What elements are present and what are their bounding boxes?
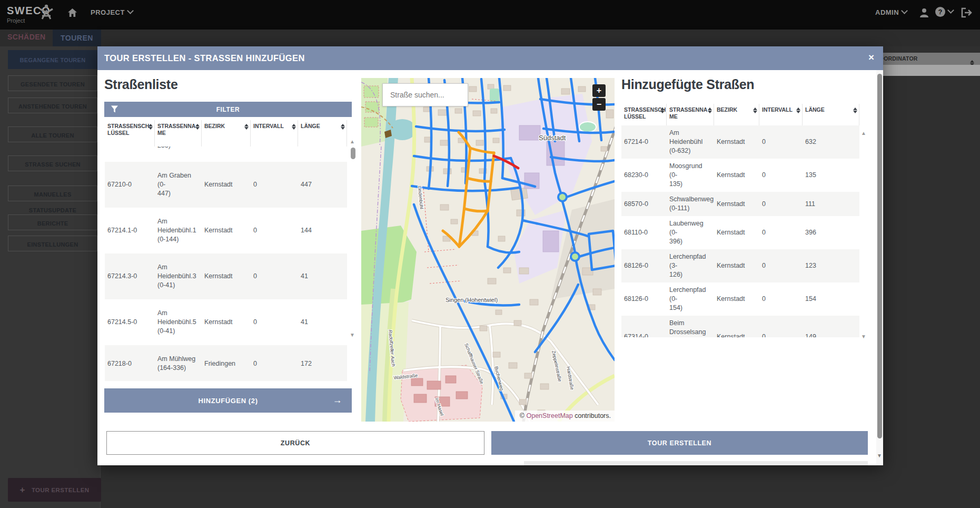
cell-strassenschluessel: 67214.5-0 (105, 299, 155, 345)
cell-bezirk: Kernstadt (202, 299, 251, 345)
cell-bezirk: Kernstadt (202, 208, 251, 253)
tour-erstellen-button[interactable]: TOUR ERSTELLEN (491, 431, 868, 455)
sort-icon[interactable] (853, 108, 857, 113)
cell-intervall: 0 (251, 162, 298, 208)
cell-laenge: 149 (803, 316, 859, 337)
column-header[interactable]: LÄNGE (298, 120, 347, 146)
column-header[interactable]: STRASSENNAME (667, 104, 714, 125)
sort-icon (970, 55, 974, 66)
arrow-right-icon: → (332, 395, 342, 406)
added-street-row[interactable]: 68230-0 Moosgrund (0- 135) Kernstadt 0 1… (621, 159, 859, 192)
hinzufuegen-button[interactable]: HINZUFÜGEN (2) → (104, 388, 352, 413)
added-street-row[interactable]: 68570-0 Schwalbenweg (0-111) Kernstadt 0… (621, 192, 859, 216)
column-header[interactable]: BEZIRK (714, 104, 759, 125)
sort-icon[interactable] (341, 124, 345, 130)
section-tabs-bar (0, 30, 980, 46)
tab-touren[interactable]: TOUREN (53, 30, 101, 46)
added-street-row[interactable]: 68110-0 Laubenweg (0- 396) Kernstadt 0 3… (621, 216, 859, 249)
sidebar-item-berichte[interactable]: BERICHTE (8, 214, 97, 230)
scroll-up-icon[interactable]: ▲ (861, 131, 866, 136)
admin-menu[interactable]: ADMIN (875, 8, 907, 16)
sidebar-item-gesendete-touren[interactable]: GESENDETE TOUREN (8, 75, 97, 91)
modal-scrollbar-thumb[interactable] (877, 74, 882, 438)
sort-icon[interactable] (753, 108, 757, 113)
sidebar-item-anstehende-touren[interactable]: ANSTEHENDE TOUREN (8, 97, 97, 113)
tab-schaeden[interactable]: SCHÄDEN (7, 33, 46, 41)
cell-bezirk: Kernstadt (202, 162, 251, 208)
next-section-edge (524, 461, 868, 465)
user-icon[interactable] (918, 7, 930, 21)
sort-icon[interactable] (708, 108, 712, 113)
cell-laenge: 632 (803, 125, 859, 159)
cell-laenge: 41 (298, 299, 347, 345)
sidebar-item-einstellungen[interactable]: EINSTELLUNGEN (8, 236, 97, 251)
sort-icon[interactable] (244, 124, 249, 130)
added-street-row[interactable]: 67314-0 Beim Drosselsang (9- 158) Kernst… (621, 316, 859, 337)
street-list-row[interactable]: 67218-0 Am Mühlweg (164-336) Friedingen … (105, 345, 347, 381)
column-header[interactable]: STRASSENNAME (155, 120, 202, 146)
scroll-down-icon[interactable]: ▼ (861, 334, 866, 339)
sort-icon[interactable] (796, 108, 800, 113)
cell-laenge: 396 (803, 216, 859, 249)
street-list-row[interactable]: 67214.5-0 Am Heidenbühl.5 (0-41) Kernsta… (105, 299, 347, 345)
column-header[interactable]: LÄNGE (803, 104, 859, 125)
filter-button[interactable]: FILTER (104, 102, 352, 117)
cell-strassenschluessel: 68570-0 (621, 192, 667, 216)
project-menu[interactable]: PROJECT (91, 8, 133, 16)
column-header[interactable]: INTERVALL (251, 120, 298, 146)
column-header[interactable]: STRASSENSCHLÜSSEL (621, 104, 667, 125)
sort-icon[interactable] (195, 124, 200, 130)
cell-laenge: 447 (298, 162, 347, 208)
added-street-row[interactable]: 67214-0 Am Heidenbühl (0-632) Kernstadt … (621, 125, 859, 159)
modal-title: TOUR ERSTELLEN - STRASSEN HINZUFÜGEN (104, 53, 305, 63)
scroll-up-icon[interactable]: ▲ (350, 139, 355, 144)
help-icon: ? (935, 7, 945, 17)
openstreetmap-link[interactable]: OpenStreetMap (526, 412, 572, 419)
sidebar-item-manuelles-statusupdate[interactable]: MANUELLES STATUSUPDATE (8, 185, 97, 201)
top-navbar: SWECO Project PROJECT ADMIN ? (0, 0, 980, 30)
logout-icon[interactable] (961, 7, 972, 20)
cell-bezirk: Kernstadt (714, 192, 759, 216)
map-search-input[interactable] (382, 83, 468, 106)
map-zoom-in-button[interactable]: + (592, 84, 606, 97)
column-header[interactable]: STRASSENSCHLÜSSEL (105, 120, 155, 146)
tour-erstellen-modal: TOUR ERSTELLEN - STRASSEN HINZUFÜGEN × S… (97, 46, 883, 465)
street-list-row[interactable]: 67210-0 Am Graben (0- 447) Kernstadt 0 4… (105, 162, 347, 208)
street-list-scrollbar-thumb[interactable] (351, 148, 355, 159)
added-streets-rows: 67214-0 Am Heidenbühl (0-632) Kernstadt … (621, 125, 859, 337)
cell-strassenname: Am Heidenbühl.1 (0-144) (155, 208, 202, 253)
zurueck-button[interactable]: ZURÜCK (106, 431, 484, 455)
funnel-icon (111, 105, 118, 114)
cell-intervall: 0 (759, 282, 803, 316)
map[interactable]: Südstadt Singen (Hohentwiel) Waldstraße … (361, 78, 615, 422)
column-header[interactable]: INTERVALL (759, 104, 803, 125)
sidebar-item-begangene-touren[interactable]: BEGANGENE TOUREN (8, 50, 97, 69)
cell-bezirk: Kernstadt (714, 249, 759, 282)
help-menu[interactable]: ? (935, 7, 953, 17)
close-icon[interactable]: × (868, 51, 874, 64)
cell-strassenschluessel: 67218-0 (105, 345, 155, 381)
cell-strassenschluessel: 67214.1-0 (105, 208, 155, 253)
scroll-down-icon[interactable]: ▼ (877, 453, 882, 458)
map-zoom-out-button[interactable]: − (592, 98, 606, 111)
sidebar-item-strasse-suchen[interactable]: STRASSE SUCHEN (8, 155, 97, 171)
scroll-down-icon[interactable]: ▼ (350, 333, 355, 338)
clipped-row-fragment: 255) (105, 146, 347, 162)
added-street-row[interactable]: 68126-0 Lerchenpfad (3- 126) Kernstadt 0… (621, 249, 859, 282)
sort-icon[interactable] (149, 124, 153, 130)
column-header[interactable]: BEZIRK (202, 120, 251, 146)
street-list-row[interactable]: 67214.1-0 Am Heidenbühl.1 (0-144) Kernst… (105, 208, 347, 253)
sidebar-item-alle-touren[interactable]: ALLE TOUREN (8, 126, 97, 142)
home-icon[interactable] (67, 8, 77, 20)
sidebar (0, 46, 101, 508)
tour-erstellen-sidebar-button[interactable]: +TOUR ERSTELLEN (8, 478, 101, 502)
sort-icon[interactable] (292, 124, 296, 130)
added-streets-title: Hinzugefügte Straßen (621, 77, 754, 92)
street-list-row[interactable]: 67214.3-0 Am Heidenbühl.3 (0-41) Kernsta… (105, 253, 347, 299)
cell-strassenschluessel: 67214-0 (621, 125, 667, 159)
sort-icon[interactable] (660, 108, 665, 113)
cell-intervall: 0 (251, 208, 298, 253)
cell-strassenschluessel: 67214.3-0 (105, 253, 155, 299)
added-street-row[interactable]: 68126-0 Lerchenpfad (0- 154) Kernstadt 0… (621, 282, 859, 316)
cell-strassenname: Lerchenpfad (0- 154) (667, 282, 714, 316)
